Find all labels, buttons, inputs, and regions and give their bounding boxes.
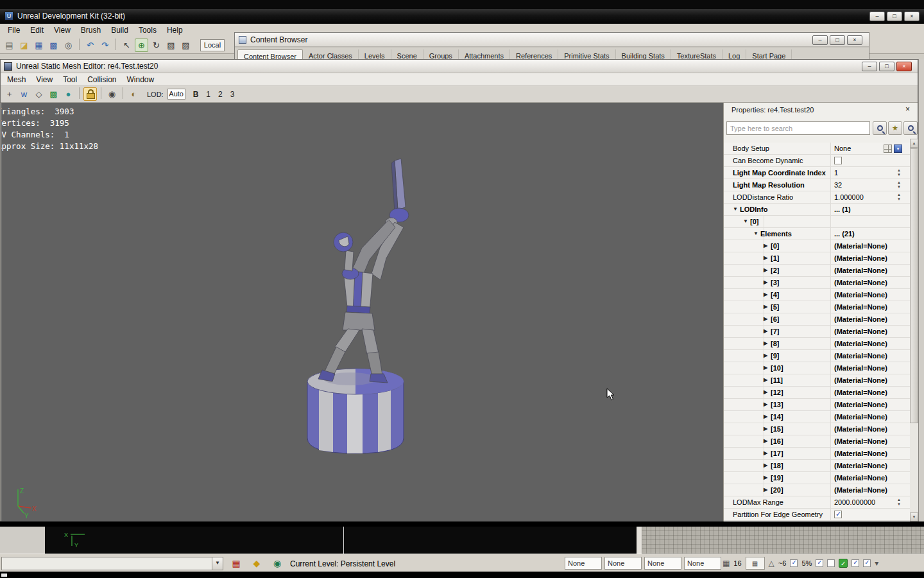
- property-row-0-body-setup[interactable]: Body SetupNone▾: [724, 143, 910, 155]
- expand-arrow-icon[interactable]: ▶: [764, 387, 771, 398]
- wireframe-view-icon[interactable]: ◇: [32, 87, 46, 101]
- property-row-22-14[interactable]: ▶[14](Material=None): [724, 411, 910, 423]
- start-button[interactable]: [1, 574, 7, 577]
- lod-button-1[interactable]: 1: [206, 90, 210, 99]
- chevron-down-icon[interactable]: ▾: [875, 559, 878, 568]
- properties-search-input[interactable]: [726, 121, 870, 135]
- ortho-viewport[interactable]: X Y: [45, 527, 637, 554]
- property-value[interactable]: [831, 155, 910, 167]
- property-value[interactable]: (Material=None): [831, 265, 910, 277]
- property-value[interactable]: (Material=None): [831, 289, 910, 301]
- coordinate-system-dropdown[interactable]: Local: [200, 39, 225, 51]
- expand-arrow-icon[interactable]: ▶: [764, 448, 771, 459]
- undo-icon[interactable]: ↶: [83, 39, 97, 52]
- minimize-button[interactable]: –: [869, 12, 885, 21]
- mesh-editor-titlebar[interactable]: Unreal Static Mesh Editor: re4.Test.test…: [1, 60, 918, 73]
- property-row-27-19[interactable]: ▶[19](Material=None): [724, 472, 910, 484]
- expand-arrow-icon[interactable]: ▶: [764, 423, 771, 435]
- property-row-2-light-map-coordinate-index[interactable]: Light Map Coordinate Index1▲▼: [724, 167, 910, 179]
- option-checkbox[interactable]: [863, 559, 871, 567]
- property-row-5-lodinfo[interactable]: ▼LODInfo... (1): [724, 204, 910, 216]
- advanced-search-icon[interactable]: [903, 121, 918, 135]
- rotation-snap-checkbox[interactable]: [790, 559, 798, 567]
- viewport-splitter[interactable]: [637, 527, 642, 554]
- translate-tool-icon[interactable]: ⊕: [135, 39, 148, 52]
- property-row-21-13[interactable]: ▶[13](Material=None): [724, 399, 910, 411]
- scale-tool-icon[interactable]: ▧: [164, 39, 178, 52]
- property-value[interactable]: (Material=None): [831, 240, 910, 252]
- grid-preset-box[interactable]: ▦: [746, 557, 765, 570]
- expand-arrow-icon[interactable]: ▶: [764, 301, 771, 313]
- property-row-1-can-become-dynamic[interactable]: Can Become Dynamic: [724, 155, 910, 167]
- property-value[interactable]: (Material=None): [831, 484, 910, 496]
- status-none-box-2[interactable]: None: [644, 557, 681, 570]
- use-selected-icon[interactable]: ▾: [894, 144, 902, 153]
- save-icon[interactable]: ▦: [32, 39, 46, 52]
- expand-arrow-icon[interactable]: ▶: [764, 399, 771, 410]
- close-button[interactable]: ×: [904, 12, 920, 21]
- lod-auto-button[interactable]: Auto: [167, 89, 185, 100]
- close-icon[interactable]: ×: [903, 105, 912, 114]
- nav-widget-icon[interactable]: +: [3, 87, 16, 101]
- open-file-icon[interactable]: ◪: [17, 39, 31, 52]
- spinner-control[interactable]: ▲▼: [896, 498, 902, 507]
- spinner-control[interactable]: ▲▼: [896, 168, 902, 177]
- checkbox[interactable]: [834, 511, 842, 518]
- property-row-18-10[interactable]: ▶[10](Material=None): [724, 362, 910, 374]
- mesh-menu-view[interactable]: View: [31, 73, 58, 86]
- property-row-17-9[interactable]: ▶[9](Material=None): [724, 350, 910, 362]
- property-value[interactable]: (Material=None): [831, 326, 910, 338]
- status-combo-box[interactable]: ▼: [1, 557, 223, 570]
- scale-nonuniform-tool-icon[interactable]: ▨: [179, 39, 193, 52]
- property-row-3-light-map-resolution[interactable]: Light Map Resolution32▲▼: [724, 179, 910, 191]
- main-menu-brush[interactable]: Brush: [76, 24, 106, 37]
- mesh-menu-tool[interactable]: Tool: [58, 73, 82, 86]
- scrollbar-thumb[interactable]: [910, 148, 918, 423]
- kismet-icon[interactable]: ▦: [228, 556, 244, 570]
- camera-icon[interactable]: ◉: [105, 87, 119, 101]
- property-row-19-11[interactable]: ▶[11](Material=None): [724, 374, 910, 387]
- property-value[interactable]: (Material=None): [831, 374, 910, 387]
- minimize-button[interactable]: –: [812, 35, 828, 45]
- property-value[interactable]: (Material=None): [831, 313, 910, 326]
- property-row-11-3[interactable]: ▶[3](Material=None): [724, 277, 910, 289]
- scroll-up-icon[interactable]: ▲: [910, 139, 918, 148]
- property-row-30-partition-for-edge-geometry[interactable]: Partition For Edge Geometry: [724, 509, 910, 521]
- mesh-menu-collision[interactable]: Collision: [82, 73, 121, 86]
- world-icon[interactable]: ◉: [270, 556, 285, 570]
- property-value[interactable]: (Material=None): [831, 362, 910, 374]
- expand-arrow-icon[interactable]: ▶: [764, 411, 771, 423]
- property-value[interactable]: (Material=None): [831, 338, 910, 350]
- expand-arrow-icon[interactable]: ▶: [764, 472, 771, 484]
- chevron-down-icon[interactable]: ▼: [212, 557, 223, 570]
- save-all-icon[interactable]: ▩: [47, 39, 60, 52]
- main-menu-view[interactable]: View: [49, 24, 76, 37]
- property-value[interactable]: ... (21): [831, 228, 910, 240]
- expand-arrow-icon[interactable]: ▶: [764, 374, 771, 386]
- collapse-arrow-icon[interactable]: ▼: [733, 204, 740, 215]
- property-value[interactable]: (Material=None): [831, 399, 910, 411]
- expand-arrow-icon[interactable]: ▶: [764, 277, 771, 288]
- collapse-arrow-icon[interactable]: ▼: [743, 216, 750, 227]
- property-value[interactable]: (Material=None): [831, 411, 910, 423]
- rotate-tool-icon[interactable]: ↻: [150, 39, 163, 52]
- property-value[interactable]: (Material=None): [831, 448, 910, 460]
- select-tool-icon[interactable]: ↖: [120, 39, 133, 52]
- expand-arrow-icon[interactable]: ▶: [764, 435, 771, 447]
- checkbox[interactable]: [834, 157, 842, 164]
- property-row-23-15[interactable]: ▶[15](Material=None): [724, 423, 910, 435]
- property-row-10-2[interactable]: ▶[2](Material=None): [724, 265, 910, 277]
- minimize-button[interactable]: –: [862, 62, 877, 71]
- maximize-button[interactable]: □: [887, 12, 902, 21]
- expand-arrow-icon[interactable]: ▶: [764, 265, 771, 276]
- main-menu-file[interactable]: File: [3, 24, 25, 37]
- scroll-down-icon[interactable]: ▼: [910, 512, 918, 521]
- widget-mode-icon[interactable]: ◆: [249, 556, 264, 570]
- expand-arrow-icon[interactable]: ▶: [764, 313, 771, 325]
- property-row-20-12[interactable]: ▶[12](Material=None): [724, 387, 910, 399]
- property-row-24-16[interactable]: ▶[16](Material=None): [724, 435, 910, 448]
- property-value[interactable]: ... (1): [831, 204, 910, 216]
- autosave-icon[interactable]: ✓: [839, 559, 848, 568]
- maximize-button[interactable]: □: [879, 62, 894, 71]
- lod-button-3[interactable]: 3: [230, 90, 235, 99]
